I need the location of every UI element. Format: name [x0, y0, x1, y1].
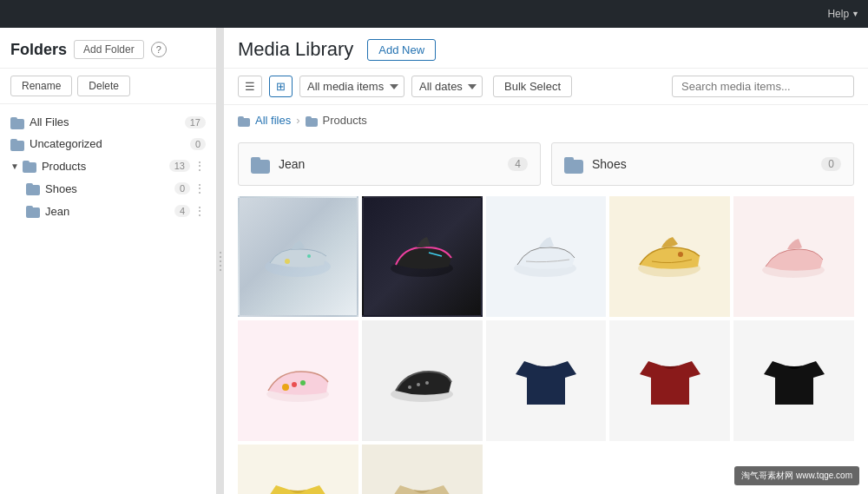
folder-icon	[23, 161, 36, 171]
media-item[interactable]	[733, 320, 854, 441]
sidebar: Folders Add Folder ? Rename Delete All F…	[0, 28, 217, 494]
sidebar-actions: Rename Delete	[0, 69, 216, 104]
svg-point-9	[282, 384, 289, 391]
folder-count: 0	[190, 138, 206, 150]
svg-point-13	[408, 385, 411, 389]
help-button[interactable]: Help ▼	[827, 8, 859, 20]
sidebar-item-shoes[interactable]: Shoes 0 ⋮	[0, 177, 216, 200]
rename-button[interactable]: Rename	[10, 76, 72, 96]
media-item[interactable]	[362, 196, 483, 317]
resize-dots	[220, 252, 221, 271]
folder-card-count: 0	[821, 157, 841, 171]
sidebar-item-uncategorized[interactable]: Uncategorized 0	[0, 133, 216, 155]
folder-label: Jean	[45, 205, 174, 218]
delete-button[interactable]: Delete	[77, 76, 130, 96]
folder-label: Uncategorized	[30, 137, 190, 150]
list-view-icon: ☰	[245, 80, 255, 93]
svg-point-11	[300, 380, 306, 385]
sidebar-item-jean[interactable]: Jean 4 ⋮	[0, 200, 216, 222]
tshirt-svg	[263, 472, 332, 494]
folder-icon	[26, 206, 40, 216]
media-grid-area: Jean 4 Shoes 0	[224, 135, 868, 494]
shoe-svg	[261, 354, 335, 406]
svg-point-10	[292, 382, 297, 387]
sidebar-header: Folders Add Folder ?	[0, 28, 216, 69]
breadcrumb-all-files[interactable]: All files	[255, 114, 291, 127]
folder-card-name: Jean	[279, 157, 508, 171]
media-item[interactable]	[609, 196, 730, 317]
add-folder-button[interactable]: Add Folder	[74, 40, 144, 59]
resize-dot	[220, 260, 221, 262]
tshirt-svg	[511, 348, 581, 413]
media-item[interactable]	[362, 445, 483, 494]
media-item[interactable]	[486, 320, 607, 441]
media-item[interactable]	[238, 196, 358, 317]
tshirt-svg	[760, 348, 829, 413]
toolbar: ☰ ⊞ All media items Images Videos All da…	[224, 69, 868, 105]
media-item[interactable]	[238, 320, 358, 441]
folder-count: 4	[174, 205, 190, 217]
page-title: Media Library	[238, 38, 353, 61]
folder-card-icon	[251, 157, 270, 171]
folder-list: All Files 17 Uncategorized 0 ▼ Products …	[0, 104, 216, 494]
media-item[interactable]	[733, 196, 854, 317]
folder-card-jean[interactable]: Jean 4	[238, 142, 541, 186]
breadcrumb-folder-icon	[238, 116, 250, 125]
folder-card-icon	[564, 157, 583, 171]
tshirt-svg	[387, 472, 457, 494]
content-header: Media Library Add New	[224, 28, 868, 69]
folder-menu-icon[interactable]: ⋮	[194, 159, 206, 173]
grid-view-button[interactable]: ⊞	[269, 76, 293, 97]
sidebar-item-products[interactable]: ▼ Products 13 ⋮	[0, 155, 216, 177]
folder-count: 0	[174, 182, 190, 194]
shoe-svg	[385, 354, 459, 406]
search-input[interactable]	[672, 76, 854, 97]
breadcrumb-folder-icon-2	[306, 116, 318, 125]
resize-handle[interactable]	[217, 28, 224, 494]
resize-dot	[220, 269, 221, 271]
sidebar-title: Folders	[10, 41, 67, 59]
shoe-svg	[261, 230, 335, 282]
add-new-button[interactable]: Add New	[367, 39, 436, 61]
folder-label: Shoes	[45, 182, 174, 195]
content-area: Media Library Add New ☰ ⊞ All media item…	[224, 28, 868, 494]
folder-menu-icon[interactable]: ⋮	[194, 181, 206, 195]
svg-point-14	[417, 383, 420, 386]
media-item[interactable]	[362, 320, 483, 441]
breadcrumb-current: Products	[323, 114, 367, 127]
folder-icon	[10, 117, 24, 128]
folder-label: All Files	[30, 115, 185, 128]
folder-count: 17	[185, 116, 206, 128]
media-filter-select[interactable]: All media items Images Videos	[299, 76, 404, 97]
folder-label: Products	[42, 160, 169, 173]
sidebar-help-icon[interactable]: ?	[151, 42, 167, 57]
shoe-svg	[633, 230, 707, 282]
sidebar-item-all-files[interactable]: All Files 17	[0, 111, 216, 133]
breadcrumb: All files › Products	[224, 105, 868, 135]
media-item[interactable]	[238, 445, 358, 494]
bulk-select-button[interactable]: Bulk Select	[493, 76, 572, 97]
shoe-svg	[757, 230, 831, 282]
folder-menu-icon[interactable]: ⋮	[194, 204, 206, 218]
shoe-svg	[385, 230, 459, 282]
folder-card-row: Jean 4 Shoes 0	[238, 142, 854, 186]
resize-dot	[220, 252, 221, 254]
list-view-button[interactable]: ☰	[238, 76, 262, 97]
folder-count: 13	[169, 160, 190, 172]
watermark: 淘气哥素材网 www.tqge.com	[734, 466, 859, 485]
folder-card-shoes[interactable]: Shoes 0	[551, 142, 854, 186]
media-item[interactable]	[486, 196, 607, 317]
folder-card-count: 4	[508, 157, 528, 171]
resize-dot	[220, 256, 221, 258]
folder-card-name: Shoes	[592, 157, 821, 171]
shoe-svg	[509, 230, 582, 282]
top-bar: Help ▼	[0, 0, 868, 28]
image-grid	[238, 196, 854, 494]
svg-point-2	[307, 254, 311, 258]
resize-dot	[220, 265, 221, 267]
help-label: Help	[827, 8, 849, 20]
main-layout: Folders Add Folder ? Rename Delete All F…	[0, 28, 868, 494]
media-item[interactable]	[609, 320, 730, 441]
svg-point-1	[285, 259, 290, 264]
date-filter-select[interactable]: All dates	[411, 76, 483, 97]
